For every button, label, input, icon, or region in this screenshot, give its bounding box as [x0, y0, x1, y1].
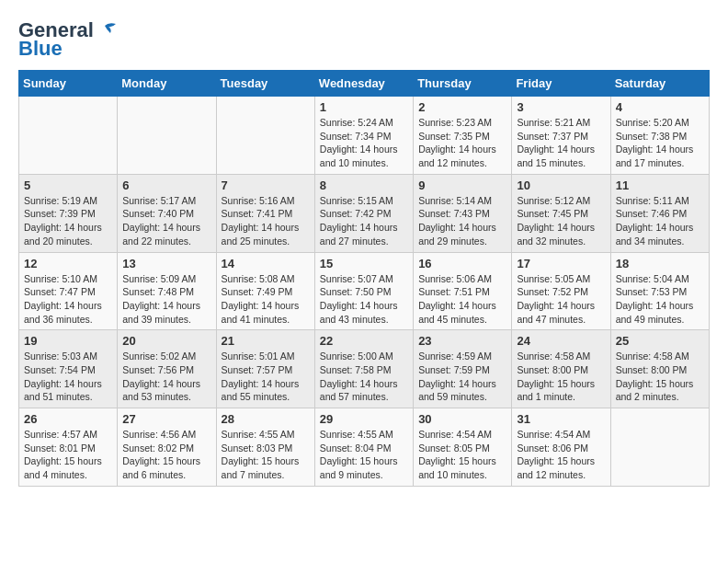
sunset-text: Sunset: 7:40 PM [122, 208, 194, 219]
cell-info: Sunrise: 4:59 AMSunset: 7:59 PMDaylight:… [418, 350, 506, 404]
calendar-cell: 18Sunrise: 5:04 AMSunset: 7:53 PMDayligh… [610, 252, 709, 330]
sunset-text: Sunset: 8:02 PM [122, 442, 194, 454]
cell-info: Sunrise: 5:09 AMSunset: 7:48 PMDaylight:… [122, 272, 210, 327]
day-number: 7 [222, 178, 310, 192]
sunrise-text: Sunrise: 5:09 AM [122, 273, 196, 284]
day-number: 11 [616, 178, 704, 192]
sunrise-text: Sunrise: 5:24 AM [320, 117, 393, 128]
daylight-text: Daylight: 14 hours and 25 minutes. [222, 222, 300, 247]
sunrise-text: Sunrise: 4:55 AM [222, 429, 295, 440]
daylight-text: Daylight: 14 hours and 55 minutes. [222, 378, 300, 403]
cell-info: Sunrise: 5:24 AMSunset: 7:34 PMDaylight:… [320, 116, 408, 170]
sunrise-text: Sunrise: 5:14 AM [418, 195, 492, 206]
cell-info: Sunrise: 5:01 AMSunset: 7:57 PMDaylight:… [222, 350, 310, 404]
daylight-text: Daylight: 15 hours and 9 minutes. [320, 455, 398, 480]
calendar-cell: 6Sunrise: 5:17 AMSunset: 7:40 PMDaylight… [118, 174, 216, 252]
sunset-text: Sunset: 7:52 PM [517, 286, 588, 297]
calendar-week-3: 12Sunrise: 5:10 AMSunset: 7:47 PMDayligh… [19, 252, 710, 330]
calendar-week-1: 1Sunrise: 5:24 AMSunset: 7:34 PMDaylight… [19, 97, 710, 175]
sunset-text: Sunset: 7:54 PM [24, 364, 96, 375]
cell-info: Sunrise: 5:03 AMSunset: 7:54 PMDaylight:… [24, 350, 112, 404]
daylight-text: Daylight: 14 hours and 12 minutes. [418, 144, 496, 168]
calendar-table: SundayMondayTuesdayWednesdayThursdayFrid… [18, 70, 710, 487]
calendar-cell: 5Sunrise: 5:19 AMSunset: 7:39 PMDaylight… [19, 174, 118, 252]
sunrise-text: Sunrise: 5:12 AM [517, 195, 590, 206]
daylight-text: Daylight: 15 hours and 4 minutes. [24, 455, 102, 480]
calendar-cell: 23Sunrise: 4:59 AMSunset: 7:59 PMDayligh… [414, 330, 512, 408]
sunset-text: Sunset: 8:05 PM [418, 442, 490, 454]
sunset-text: Sunset: 7:49 PM [222, 286, 293, 297]
calendar-week-2: 5Sunrise: 5:19 AMSunset: 7:39 PMDaylight… [19, 174, 710, 252]
sunrise-text: Sunrise: 4:54 AM [517, 429, 590, 440]
sunrise-text: Sunrise: 4:54 AM [418, 429, 492, 440]
weekday-header-tuesday: Tuesday [216, 71, 314, 97]
sunrise-text: Sunrise: 4:58 AM [616, 350, 689, 362]
day-number: 8 [320, 178, 408, 192]
day-number: 12 [24, 257, 112, 270]
cell-info: Sunrise: 5:23 AMSunset: 7:35 PMDaylight:… [418, 116, 506, 170]
daylight-text: Daylight: 14 hours and 32 minutes. [517, 222, 595, 247]
sunrise-text: Sunrise: 5:17 AM [122, 195, 196, 206]
day-number: 15 [320, 257, 408, 270]
day-number: 16 [418, 257, 506, 270]
calendar-cell: 21Sunrise: 5:01 AMSunset: 7:57 PMDayligh… [216, 330, 314, 408]
cell-info: Sunrise: 4:54 AMSunset: 8:06 PMDaylight:… [517, 428, 605, 482]
calendar-cell: 12Sunrise: 5:10 AMSunset: 7:47 PMDayligh… [19, 252, 118, 330]
calendar-week-5: 26Sunrise: 4:57 AMSunset: 8:01 PMDayligh… [19, 408, 710, 487]
sunset-text: Sunset: 8:04 PM [320, 442, 392, 454]
sunrise-text: Sunrise: 5:11 AM [616, 195, 689, 206]
calendar-cell: 20Sunrise: 5:02 AMSunset: 7:56 PMDayligh… [118, 330, 216, 408]
calendar-cell: 10Sunrise: 5:12 AMSunset: 7:45 PMDayligh… [512, 174, 610, 252]
daylight-text: Daylight: 15 hours and 12 minutes. [517, 455, 595, 480]
cell-info: Sunrise: 5:19 AMSunset: 7:39 PMDaylight:… [24, 194, 112, 248]
weekday-header-saturday: Saturday [610, 71, 709, 97]
sunset-text: Sunset: 7:53 PM [616, 286, 688, 297]
sunrise-text: Sunrise: 5:01 AM [222, 350, 295, 362]
sunset-text: Sunset: 7:42 PM [320, 208, 392, 219]
cell-info: Sunrise: 5:12 AMSunset: 7:45 PMDaylight:… [517, 194, 605, 248]
day-number: 4 [616, 100, 704, 114]
daylight-text: Daylight: 14 hours and 41 minutes. [222, 300, 300, 325]
sunset-text: Sunset: 7:41 PM [222, 208, 293, 219]
calendar-cell: 11Sunrise: 5:11 AMSunset: 7:46 PMDayligh… [610, 174, 709, 252]
day-number: 27 [122, 412, 210, 426]
sunset-text: Sunset: 7:50 PM [320, 286, 392, 297]
sunset-text: Sunset: 7:37 PM [517, 131, 588, 142]
calendar-cell: 4Sunrise: 5:20 AMSunset: 7:38 PMDaylight… [610, 97, 709, 175]
cell-info: Sunrise: 5:05 AMSunset: 7:52 PMDaylight:… [517, 272, 605, 327]
cell-info: Sunrise: 4:58 AMSunset: 8:00 PMDaylight:… [616, 350, 704, 404]
daylight-text: Daylight: 15 hours and 2 minutes. [616, 378, 694, 403]
sunset-text: Sunset: 7:34 PM [320, 131, 392, 142]
calendar-cell: 27Sunrise: 4:56 AMSunset: 8:02 PMDayligh… [118, 408, 216, 487]
daylight-text: Daylight: 14 hours and 57 minutes. [320, 378, 398, 403]
daylight-text: Daylight: 15 hours and 7 minutes. [222, 455, 300, 480]
cell-info: Sunrise: 5:16 AMSunset: 7:41 PMDaylight:… [222, 194, 310, 248]
day-number: 5 [24, 178, 112, 192]
calendar-cell: 7Sunrise: 5:16 AMSunset: 7:41 PMDaylight… [216, 174, 314, 252]
calendar-cell [19, 97, 118, 175]
sunrise-text: Sunrise: 5:08 AM [222, 273, 295, 284]
daylight-text: Daylight: 14 hours and 47 minutes. [517, 300, 595, 325]
cell-info: Sunrise: 5:02 AMSunset: 7:56 PMDaylight:… [122, 350, 210, 404]
day-number: 2 [418, 100, 506, 114]
calendar-cell: 3Sunrise: 5:21 AMSunset: 7:37 PMDaylight… [512, 97, 610, 175]
daylight-text: Daylight: 14 hours and 53 minutes. [122, 378, 200, 403]
sunrise-text: Sunrise: 4:59 AM [418, 350, 492, 362]
sunrise-text: Sunrise: 5:07 AM [320, 273, 393, 284]
calendar-cell [118, 97, 216, 175]
daylight-text: Daylight: 14 hours and 22 minutes. [122, 222, 200, 247]
calendar-cell: 2Sunrise: 5:23 AMSunset: 7:35 PMDaylight… [414, 97, 512, 175]
day-number: 26 [24, 412, 112, 426]
cell-info: Sunrise: 4:56 AMSunset: 8:02 PMDaylight:… [122, 428, 210, 482]
calendar-cell: 22Sunrise: 5:00 AMSunset: 7:58 PMDayligh… [314, 330, 413, 408]
daylight-text: Daylight: 15 hours and 6 minutes. [122, 455, 200, 480]
cell-info: Sunrise: 5:04 AMSunset: 7:53 PMDaylight:… [616, 272, 704, 327]
daylight-text: Daylight: 14 hours and 59 minutes. [418, 378, 496, 403]
cell-info: Sunrise: 5:17 AMSunset: 7:40 PMDaylight:… [122, 194, 210, 248]
sunrise-text: Sunrise: 5:06 AM [418, 273, 492, 284]
cell-info: Sunrise: 5:08 AMSunset: 7:49 PMDaylight:… [222, 272, 310, 327]
calendar-cell: 15Sunrise: 5:07 AMSunset: 7:50 PMDayligh… [314, 252, 413, 330]
day-number: 21 [222, 334, 310, 348]
daylight-text: Daylight: 14 hours and 29 minutes. [418, 222, 496, 247]
cell-info: Sunrise: 4:58 AMSunset: 8:00 PMDaylight:… [517, 350, 605, 404]
